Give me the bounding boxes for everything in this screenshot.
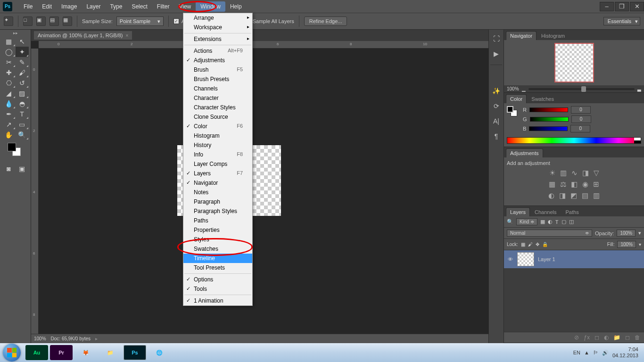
tool-preset-icon[interactable]: ✦: [4, 16, 13, 26]
tab-adjustments[interactable]: Adjustments: [506, 148, 543, 157]
menu-item-brush-presets[interactable]: Brush Presets: [183, 74, 252, 84]
adj-vibrance-icon[interactable]: ▽: [594, 169, 599, 177]
tray-clock[interactable]: 7:0404.12.2013: [612, 346, 638, 359]
menu-item-timeline[interactable]: Timeline: [183, 254, 252, 263]
sample-size-select[interactable]: Point Sample▾: [116, 16, 164, 26]
menu-item-paragraph-styles[interactable]: Paragraph Styles: [183, 206, 252, 216]
quick-mask-icon[interactable]: ◙: [2, 164, 16, 174]
color-ramp[interactable]: [507, 137, 641, 144]
shape-tool[interactable]: ▭: [16, 119, 29, 130]
close-tab-icon[interactable]: ×: [126, 33, 129, 38]
fill-adj-icon[interactable]: ◐: [604, 334, 609, 341]
layer-row[interactable]: 👁 Layer 1: [504, 250, 644, 268]
navigator-zoom-value[interactable]: 100%: [507, 86, 519, 91]
mini-panel-0[interactable]: ⛶: [491, 34, 502, 43]
menu-item-clone-source[interactable]: Clone Source: [183, 112, 252, 122]
lock-transparent-icon[interactable]: ▦: [521, 242, 525, 247]
crop-tool[interactable]: ✂: [2, 57, 16, 67]
filter-shape-icon[interactable]: ▢: [561, 219, 566, 225]
type-tool[interactable]: T: [16, 109, 29, 119]
adj-poster-icon[interactable]: ◨: [559, 191, 566, 200]
taskbar-app-photoshop[interactable]: Ps: [124, 345, 146, 360]
lasso-tool[interactable]: ◯: [2, 47, 16, 57]
adj-grad-icon[interactable]: ▤: [582, 191, 588, 200]
menu-image[interactable]: Image: [57, 1, 82, 12]
menu-filter[interactable]: Filter: [152, 1, 174, 12]
menu-item-channels[interactable]: Channels: [183, 84, 252, 93]
menu-item-histogram[interactable]: Histogram: [183, 131, 252, 140]
filter-smart-icon[interactable]: ◫: [569, 219, 574, 225]
maximize-button[interactable]: ❐: [615, 2, 629, 11]
menu-item-options[interactable]: Options: [183, 275, 252, 284]
path-tool[interactable]: ↗: [2, 119, 16, 130]
tab-swatches[interactable]: Swatches: [527, 94, 558, 103]
ruler-horizontal[interactable]: 0246810: [39, 41, 488, 49]
menu-item-navigator[interactable]: Navigator: [183, 178, 252, 188]
menu-help[interactable]: Help: [225, 1, 247, 12]
navigator-thumbnail[interactable]: [554, 43, 594, 82]
adj-brightness-icon[interactable]: ☀: [549, 169, 555, 177]
selection-mode-new[interactable]: □: [23, 16, 33, 26]
fg-swatch[interactable]: [507, 106, 513, 113]
brush-tool[interactable]: 🖌: [16, 67, 29, 78]
zoom-out-icon[interactable]: ▁: [522, 86, 526, 91]
layer-filter-select[interactable]: Kind ≑: [516, 218, 537, 225]
menu-layer[interactable]: Layer: [82, 1, 105, 12]
adj-levels-icon[interactable]: ▥: [560, 169, 567, 177]
mini-panel-6[interactable]: ¶: [491, 132, 502, 140]
healing-tool[interactable]: ✚: [2, 67, 16, 78]
adj-thresh-icon[interactable]: ◩: [570, 191, 577, 200]
foreground-color[interactable]: [8, 143, 16, 151]
menu-item-1-animation[interactable]: 1 Animation: [183, 296, 252, 305]
selection-mode-subtract[interactable]: ▤: [50, 16, 59, 26]
start-button[interactable]: [3, 344, 21, 362]
menu-item-paths[interactable]: Paths: [183, 216, 252, 225]
taskbar-app-explorer[interactable]: 📁: [99, 345, 122, 360]
red-slider[interactable]: [529, 107, 568, 112]
menu-item-tools[interactable]: Tools: [183, 284, 252, 294]
status-doc-info[interactable]: Doc: 65,9K/0 bytes: [51, 336, 91, 341]
mini-panel-4[interactable]: ⟳: [491, 102, 502, 110]
blue-value[interactable]: 0: [570, 125, 590, 132]
tab-histogram[interactable]: Histogram: [537, 31, 569, 40]
stamp-tool[interactable]: ⎔: [2, 78, 16, 88]
color-swatches[interactable]: [8, 143, 24, 159]
dodge-tool[interactable]: ◓: [16, 99, 29, 109]
tray-up-icon[interactable]: ▲: [584, 350, 589, 355]
menu-item-tool-presets[interactable]: Tool Presets: [183, 263, 252, 272]
menu-item-layers[interactable]: LayersF7: [183, 169, 252, 178]
menu-item-character[interactable]: Character: [183, 93, 252, 103]
pen-tool[interactable]: ✒: [2, 109, 16, 119]
tab-paths[interactable]: Paths: [561, 207, 583, 216]
taskbar-app-chrome[interactable]: 🌐: [148, 345, 171, 360]
menu-item-extensions[interactable]: Extensions: [183, 34, 252, 44]
menu-item-properties[interactable]: Properties: [183, 225, 252, 235]
green-value[interactable]: 0: [571, 115, 591, 123]
menu-edit[interactable]: Edit: [37, 1, 57, 12]
menu-item-color[interactable]: ColorF6: [183, 122, 252, 131]
menu-item-paragraph[interactable]: Paragraph: [183, 197, 252, 206]
refine-edge-button[interactable]: Refine Edge...: [304, 16, 347, 26]
menu-item-info[interactable]: InfoF8: [183, 150, 252, 159]
green-slider[interactable]: [530, 117, 569, 122]
layer-name[interactable]: Layer 1: [538, 256, 555, 262]
menu-view[interactable]: View: [174, 1, 196, 12]
layer-thumbnail[interactable]: [517, 252, 534, 266]
visibility-icon[interactable]: 👁: [507, 256, 513, 262]
menu-item-character-styles[interactable]: Character Styles: [183, 103, 252, 112]
menu-item-workspace[interactable]: Workspace: [183, 23, 252, 32]
history-brush-tool[interactable]: ↺: [16, 78, 29, 88]
screen-mode-icon[interactable]: ▣: [16, 164, 29, 174]
hand-tool[interactable]: ✋: [2, 130, 16, 140]
menu-item-notes[interactable]: Notes: [183, 188, 252, 197]
mini-panel-5[interactable]: A|: [491, 117, 502, 125]
document-tab[interactable]: Animation @ 100% (Layer 1, RGB/8)×: [34, 31, 132, 40]
ruler-vertical[interactable]: 02468: [31, 49, 39, 334]
adj-invert-icon[interactable]: ◐: [548, 191, 554, 200]
menu-item-styles[interactable]: Styles: [183, 235, 252, 244]
opacity-input[interactable]: 100%: [617, 230, 636, 237]
tab-color[interactable]: Color: [506, 94, 527, 103]
taskbar-app-firefox[interactable]: 🦊: [74, 345, 97, 360]
taskbar-app-audition[interactable]: Au: [25, 345, 48, 360]
mini-panel-2[interactable]: [491, 72, 502, 80]
